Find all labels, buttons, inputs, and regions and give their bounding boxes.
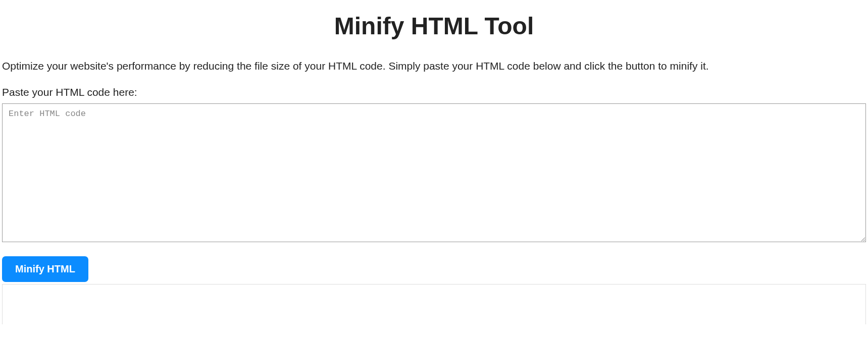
output-area — [2, 284, 866, 324]
html-input[interactable] — [2, 103, 866, 242]
page-description: Optimize your website's performance by r… — [2, 60, 866, 72]
minify-button[interactable]: Minify HTML — [2, 256, 88, 282]
textarea-label: Paste your HTML code here: — [2, 86, 866, 98]
page-title: Minify HTML Tool — [2, 12, 866, 40]
